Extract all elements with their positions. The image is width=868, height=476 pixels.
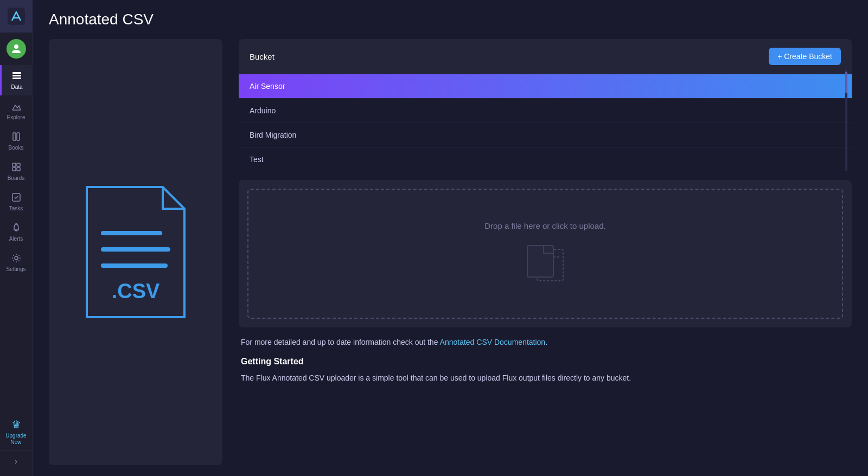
sidebar-item-settings-label: Settings — [6, 267, 25, 272]
settings-icon — [11, 253, 22, 265]
upload-dropzone[interactable]: Drop a file here or click to upload. — [247, 189, 843, 319]
upload-dropzone-text: Drop a file here or click to upload. — [484, 221, 605, 230]
sidebar-item-tasks[interactable]: Tasks — [0, 186, 33, 217]
bucket-scrollbar[interactable] — [845, 69, 847, 171]
svg-rect-3 — [12, 75, 21, 76]
sidebar-item-data-label: Data — [11, 85, 22, 90]
sidebar-nav: Data Explore Books — [0, 65, 32, 414]
upgrade-now-button[interactable]: ♛ UpgradeNow — [0, 414, 33, 450]
svg-rect-6 — [17, 133, 20, 140]
info-description: For more detailed and up to date informa… — [241, 336, 850, 348]
app-logo[interactable] — [0, 0, 33, 33]
svg-rect-7 — [12, 163, 16, 166]
alerts-icon — [11, 222, 22, 235]
sidebar-item-tasks-label: Tasks — [9, 206, 23, 211]
csv-documentation-link[interactable]: Annotated CSV Documentation — [440, 338, 546, 346]
bucket-item-air-sensor[interactable]: Air Sensor — [239, 74, 852, 99]
right-panel: Bucket + Create Bucket Air Sensor Arduin… — [239, 39, 852, 465]
svg-point-1 — [14, 44, 18, 49]
data-icon — [11, 70, 22, 83]
bucket-section: Bucket + Create Bucket Air Sensor Arduin… — [239, 39, 852, 171]
content-area: .CSV Bucket + Create Bucket Air Sensor A… — [33, 34, 868, 476]
page-title: Annotated CSV — [49, 11, 852, 28]
svg-rect-19 — [527, 246, 553, 277]
upload-file-icon — [521, 241, 570, 287]
bucket-item-test[interactable]: Test — [239, 147, 852, 171]
user-avatar[interactable] — [0, 33, 33, 65]
sidebar: Data Explore Books — [0, 0, 33, 476]
bucket-item-bird-migration-label: Bird Migration — [250, 131, 296, 139]
svg-point-13 — [15, 256, 18, 260]
svg-rect-0 — [8, 8, 25, 25]
sidebar-item-settings[interactable]: Settings — [0, 247, 33, 278]
tasks-icon — [11, 192, 22, 204]
sidebar-item-alerts[interactable]: Alerts — [0, 217, 33, 247]
sidebar-item-alerts-label: Alerts — [9, 236, 23, 242]
page-header: Annotated CSV — [33, 0, 868, 34]
upload-section: Drop a file here or click to upload. — [239, 180, 852, 327]
svg-rect-4 — [12, 78, 21, 79]
svg-point-12 — [16, 223, 17, 224]
bucket-item-test-label: Test — [250, 155, 264, 164]
bucket-item-arduino[interactable]: Arduino — [239, 99, 852, 123]
bucket-scroll-thumb — [845, 72, 847, 93]
books-icon — [11, 131, 22, 144]
bucket-header: Bucket + Create Bucket — [239, 39, 852, 74]
sidebar-item-explore-label: Explore — [7, 115, 25, 120]
svg-rect-8 — [17, 163, 20, 166]
svg-rect-2 — [12, 72, 21, 74]
upgrade-label: UpgradeNow — [5, 433, 26, 446]
bucket-item-bird-migration[interactable]: Bird Migration — [239, 123, 852, 147]
sidebar-item-data[interactable]: Data — [0, 65, 33, 95]
create-bucket-button[interactable]: + Create Bucket — [769, 48, 841, 65]
main-content: Annotated CSV .CSV — [33, 0, 868, 476]
sidebar-toggle-button[interactable]: › — [0, 450, 33, 472]
sidebar-item-books-label: Books — [9, 145, 24, 151]
csv-illustration-panel: .CSV — [49, 39, 222, 465]
getting-started-heading: Getting Started — [241, 357, 850, 366]
chevron-right-icon: › — [15, 456, 17, 466]
bucket-label: Bucket — [250, 52, 275, 61]
getting-started-text: The Flux Annotated CSV uploader is a sim… — [241, 372, 850, 384]
info-description-suffix: . — [545, 338, 547, 346]
bucket-dropdown: Air Sensor Arduino Bird Migration Test — [239, 74, 852, 171]
svg-text:.CSV: .CSV — [112, 280, 160, 303]
csv-file-icon: .CSV — [76, 182, 195, 323]
bucket-item-air-sensor-label: Air Sensor — [250, 82, 285, 91]
sidebar-item-boards-label: Boards — [8, 176, 25, 181]
boards-icon — [11, 162, 22, 174]
bucket-item-arduino-label: Arduino — [250, 106, 276, 115]
sidebar-item-explore[interactable]: Explore — [0, 95, 33, 126]
info-description-prefix: For more detailed and up to date informa… — [241, 338, 440, 346]
info-section: For more detailed and up to date informa… — [239, 336, 852, 384]
sidebar-bottom: ♛ UpgradeNow › — [0, 414, 32, 476]
svg-rect-9 — [12, 168, 16, 171]
svg-rect-5 — [13, 133, 16, 140]
explore-icon — [11, 101, 22, 113]
crown-icon: ♛ — [11, 418, 21, 431]
sidebar-item-books[interactable]: Books — [0, 126, 33, 156]
sidebar-item-boards[interactable]: Boards — [0, 156, 33, 186]
avatar-circle — [7, 39, 26, 59]
svg-rect-10 — [17, 168, 20, 171]
